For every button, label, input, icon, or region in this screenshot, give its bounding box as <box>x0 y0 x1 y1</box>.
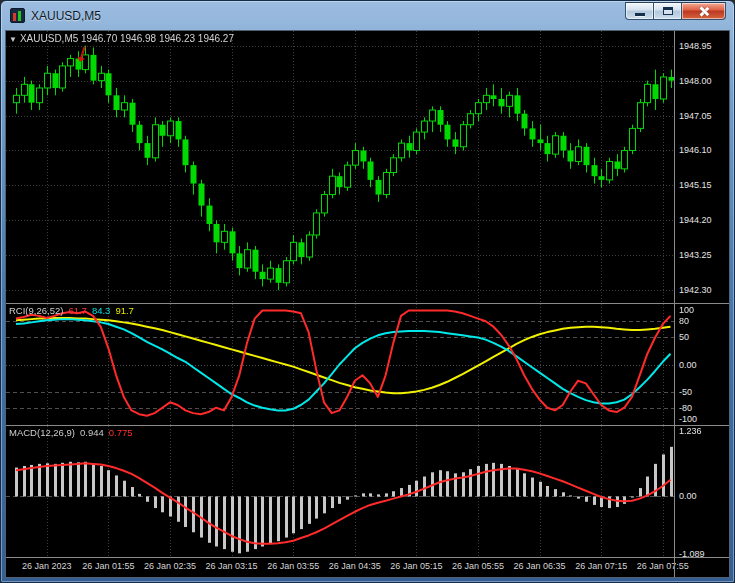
maximize-button[interactable] <box>654 2 682 20</box>
time-label: 26 Jan 05:55 <box>452 561 504 571</box>
collapse-arrow-icon[interactable]: ▼ <box>9 35 17 44</box>
mt4-chart-window: XAUUSD,M5 ▼XAUUSD,M5 1946.70 1946.98 194… <box>0 0 735 583</box>
time-label: 26 Jan 05:15 <box>390 561 442 571</box>
time-label: 26 Jan 07:15 <box>575 561 627 571</box>
time-label: 26 Jan 02:35 <box>144 561 196 571</box>
minimize-icon <box>635 13 645 16</box>
time-label: 26 Jan 03:15 <box>206 561 258 571</box>
axis-label: 0.00 <box>679 491 697 501</box>
axis-label: -80 <box>679 403 692 413</box>
minimize-button[interactable] <box>625 2 654 20</box>
rci-axis[interactable]: 10080500.00-50-80-100 <box>675 304 729 425</box>
ohlc-text: XAUUSD,M5 1946.70 1946.98 1946.23 1946.2… <box>20 33 234 44</box>
window-title: XAUUSD,M5 <box>31 9 101 23</box>
axis-label: 1948.00 <box>679 76 712 86</box>
rci-value-3: 91.7 <box>115 305 134 316</box>
time-label: 26 Jan 07:55 <box>637 561 689 571</box>
macd-panel: MACD(12,26,9)0.9440.775 1.2360.00-1.089 <box>6 426 729 557</box>
axis-label: 80 <box>679 316 689 326</box>
axis-label: -50 <box>679 387 692 397</box>
chart-client-area: ▼XAUUSD,M5 1946.70 1946.98 1946.23 1946.… <box>5 30 730 578</box>
axis-label: 1945.15 <box>679 180 712 190</box>
rci-value-2: 84.3 <box>92 305 111 316</box>
close-icon <box>697 5 710 18</box>
time-label: 26 Jan 01:55 <box>82 561 134 571</box>
macd-name: MACD(12,26,9) <box>9 427 75 438</box>
macd-value-1: 0.944 <box>80 427 104 438</box>
macd-label: MACD(12,26,9)0.9440.775 <box>9 427 133 438</box>
axis-label: 1943.25 <box>679 250 712 260</box>
rci-indicator-canvas[interactable] <box>6 304 674 425</box>
axis-label: 50 <box>679 332 689 342</box>
macd-value-2: 0.775 <box>109 427 133 438</box>
time-axis[interactable]: 26 Jan 202326 Jan 01:5526 Jan 02:3526 Ja… <box>6 558 729 577</box>
time-label: 26 Jan 04:35 <box>329 561 381 571</box>
axis-label: -100 <box>679 414 697 424</box>
time-label: 26 Jan 06:35 <box>514 561 566 571</box>
rci-panel: RCI(9,26,52)61.784.391.7 10080500.00-50-… <box>6 304 729 425</box>
axis-separator-line <box>674 31 675 577</box>
price-chart-canvas[interactable] <box>6 31 674 303</box>
rci-name: RCI(9,26,52) <box>9 305 63 316</box>
macd-axis[interactable]: 1.2360.00-1.089 <box>675 426 729 557</box>
axis-label: 100 <box>679 305 694 315</box>
close-button[interactable] <box>682 2 726 20</box>
axis-label: 1.236 <box>679 426 702 436</box>
time-label: 26 Jan 03:55 <box>267 561 319 571</box>
window-titlebar[interactable]: XAUUSD,M5 <box>1 1 734 30</box>
macd-indicator-canvas[interactable] <box>6 426 674 557</box>
axis-label: 1946.10 <box>679 145 712 155</box>
app-icon[interactable] <box>10 8 25 23</box>
rci-value-1: 61.7 <box>68 305 87 316</box>
window-controls <box>625 2 726 20</box>
price-panel: ▼XAUUSD,M5 1946.70 1946.98 1946.23 1946.… <box>6 31 729 303</box>
ohlc-header: ▼XAUUSD,M5 1946.70 1946.98 1946.23 1946.… <box>9 33 234 44</box>
axis-label: 1944.20 <box>679 215 712 225</box>
maximize-icon <box>663 7 673 15</box>
price-axis[interactable]: 1948.951948.001947.051946.101945.151944.… <box>675 31 729 303</box>
axis-label: 1942.30 <box>679 285 712 295</box>
axis-label: 1948.95 <box>679 41 712 51</box>
rci-label: RCI(9,26,52)61.784.391.7 <box>9 305 134 316</box>
time-label: 26 Jan 2023 <box>22 561 72 571</box>
axis-label: 0.00 <box>679 360 697 370</box>
axis-label: 1947.05 <box>679 111 712 121</box>
